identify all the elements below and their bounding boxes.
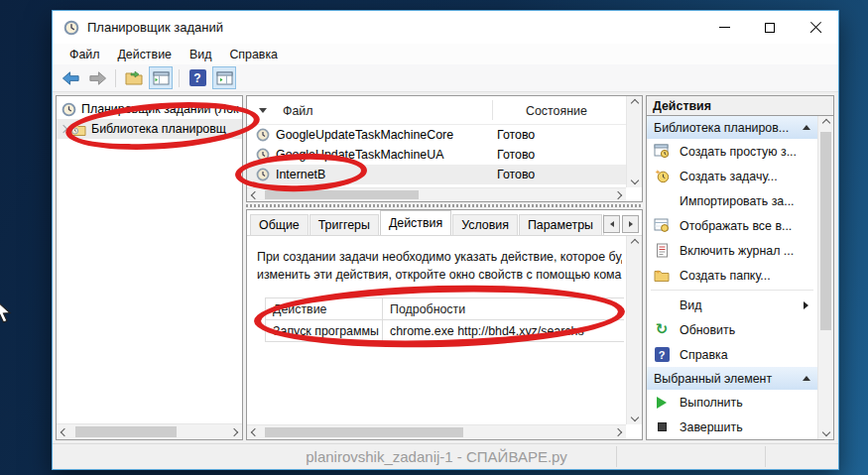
details-horizontal-scrollbar[interactable] — [247, 424, 626, 439]
action-item-refresh[interactable]: ↻ Обновить — [647, 317, 817, 342]
tab-strip: Общие Триггеры Действия Условия Параметр… — [247, 210, 604, 235]
run-icon — [652, 394, 672, 411]
show-action-pane-button[interactable] — [212, 66, 236, 89]
task-status: Готово — [497, 168, 535, 181]
stop-icon — [652, 418, 672, 435]
action-item-new-folder[interactable]: Создать папку... — [647, 263, 817, 288]
toolbar: ? — [53, 64, 838, 92]
collapse-icon[interactable] — [803, 376, 810, 381]
right-triangle-icon — [629, 221, 633, 227]
mouse-cursor — [0, 297, 13, 325]
action-item-import-task[interactable]: Импортировать за... — [647, 188, 817, 213]
section-header-selected-item[interactable]: Выбранный элемент — [647, 367, 817, 390]
action-item-create-task[interactable]: Создать задачу... — [647, 164, 817, 188]
actions-pane-body: Библиотека планиров... Создат — [646, 116, 834, 440]
task-scheduler-app-icon — [63, 20, 79, 36]
column-header-state[interactable]: Состояние — [526, 104, 587, 118]
desktop: { "window": { "title": "Планировщик зада… — [0, 0, 868, 475]
tab-general[interactable]: Общие — [250, 214, 309, 235]
watermark-text: planirovshik_zadanij-1 - СПАЙВАРЕ.ру — [228, 448, 645, 465]
action-item-help[interactable]: ? Справка — [647, 342, 817, 367]
forward-button[interactable] — [85, 66, 109, 89]
actions-pane-scrollbar[interactable] — [817, 116, 833, 439]
scrollbar-thumb[interactable] — [820, 132, 831, 330]
display-all-tasks-icon — [652, 217, 672, 234]
view-icon — [652, 297, 672, 313]
scroll-left-icon[interactable] — [251, 428, 259, 436]
tab-conditions[interactable]: Условия — [452, 214, 518, 235]
collapse-icon[interactable] — [803, 125, 810, 130]
tab-scroll-left-button[interactable] — [603, 215, 620, 233]
section-header-library[interactable]: Библиотека планиров... — [647, 116, 817, 139]
task-scheduler-window: Планировщик заданий Файл Действие Вид Сп… — [52, 10, 839, 470]
left-triangle-icon — [610, 221, 614, 227]
minimize-button[interactable] — [701, 11, 747, 44]
back-arrow-icon — [62, 70, 80, 86]
action-item-run[interactable]: Выполнить — [647, 390, 817, 415]
toolbar-separator — [179, 69, 180, 87]
window-title: Планировщик заданий — [87, 20, 223, 35]
tab-actions[interactable]: Действия — [380, 210, 451, 235]
description-line-2: изменить эти действия, откройте окно сво… — [257, 267, 622, 285]
actions-pane-title: Действия — [646, 95, 834, 116]
menu-file[interactable]: Файл — [61, 46, 108, 63]
sort-arrow-icon — [259, 108, 267, 113]
help-button[interactable]: ? — [186, 66, 209, 89]
column-divider[interactable] — [492, 100, 493, 120]
scroll-up-icon[interactable] — [630, 99, 638, 107]
statusbar-separator — [765, 446, 766, 467]
scroll-up-icon[interactable] — [821, 119, 829, 127]
submenu-arrow-icon — [804, 301, 808, 309]
scroll-right-icon[interactable] — [614, 190, 622, 198]
scrollbar-thumb[interactable] — [265, 190, 419, 199]
menu-view[interactable]: Вид — [181, 46, 220, 63]
show-console-tree-button[interactable] — [149, 66, 173, 89]
tab-scroll-buttons — [601, 215, 639, 233]
column-header-file[interactable]: Файл — [283, 104, 312, 118]
scroll-right-icon[interactable] — [230, 427, 238, 435]
action-item-view[interactable]: Вид — [647, 293, 817, 317]
scrollbar-thumb[interactable] — [75, 426, 177, 437]
tab-scroll-right-button[interactable] — [622, 215, 639, 233]
enable-log-icon — [652, 242, 672, 259]
action-item-end[interactable]: Завершить — [647, 415, 817, 439]
folder-open-icon — [125, 70, 143, 85]
help-icon: ? — [189, 69, 206, 86]
tree-horizontal-scrollbar[interactable] — [57, 423, 242, 439]
title-bar[interactable]: Планировщик заданий — [53, 11, 838, 44]
tab-settings[interactable]: Параметры — [519, 214, 602, 235]
panel-splitter[interactable] — [246, 204, 643, 207]
menu-bar: Файл Действие Вид Справка — [53, 44, 838, 64]
maximize-button[interactable] — [747, 11, 793, 44]
close-button[interactable] — [793, 11, 838, 44]
forward-arrow-icon — [88, 70, 107, 86]
task-list-vertical-scrollbar[interactable] — [626, 96, 642, 187]
menu-action[interactable]: Действие — [108, 46, 180, 63]
scroll-down-icon[interactable] — [630, 177, 638, 184]
task-name: GoogleUpdateTaskMachineCore — [276, 128, 453, 142]
task-list-header: Файл Состояние — [247, 96, 642, 125]
actions-pane: Действия Библиотека планиров... — [646, 95, 834, 440]
console-tree-icon — [153, 71, 170, 85]
scrollbar-thumb[interactable] — [265, 427, 463, 437]
scroll-up-icon[interactable] — [630, 239, 638, 247]
help-icon: ? — [652, 346, 672, 363]
actions-description: При создании задачи необходимо указать д… — [257, 249, 622, 284]
task-status: Готово — [497, 148, 535, 162]
scroll-down-icon[interactable] — [821, 428, 829, 436]
scroll-left-icon[interactable] — [61, 427, 68, 435]
import-task-icon — [652, 192, 672, 209]
open-folder-button[interactable] — [122, 66, 146, 89]
scroll-down-icon[interactable] — [630, 414, 638, 421]
tab-triggers[interactable]: Триггеры — [310, 214, 379, 235]
action-item-create-basic-task[interactable]: Создать простую з... — [647, 139, 817, 164]
task-row-google-core[interactable]: GoogleUpdateTaskMachineCore Готово — [247, 125, 627, 145]
back-button[interactable] — [59, 66, 82, 89]
menu-help[interactable]: Справка — [220, 46, 287, 63]
scroll-right-icon[interactable] — [614, 428, 622, 436]
toolbar-separator — [115, 69, 116, 87]
action-item-enable-log[interactable]: Включить журнал ... — [647, 238, 817, 263]
scroll-left-icon[interactable] — [251, 190, 259, 198]
details-vertical-scrollbar[interactable] — [626, 236, 642, 424]
action-item-display-all[interactable]: Отображать все в... — [647, 213, 817, 238]
